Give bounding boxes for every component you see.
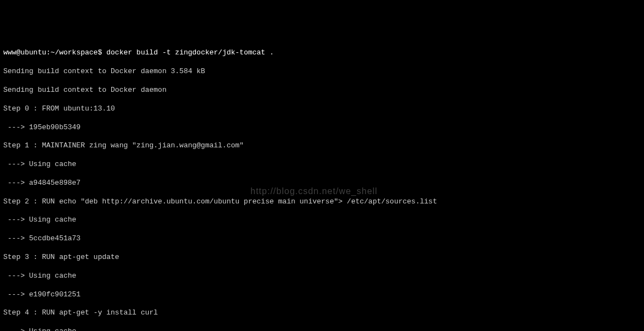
output-line: Sending build context to Docker daemon (3, 86, 641, 95)
output-line: ---> 195eb90b5349 (3, 123, 641, 133)
output-line: ---> Using cache (3, 272, 641, 281)
output-line: Step 4 : RUN apt-get -y install curl (3, 308, 641, 318)
output-line: ---> Using cache (3, 216, 641, 225)
output-line: ---> e190fc901251 (3, 290, 641, 300)
prompt-line[interactable]: www@ubuntu:~/workspace$ docker build -t … (3, 48, 641, 58)
prompt-path: ~/workspace (51, 48, 98, 57)
terminal-output: www@ubuntu:~/workspace$ docker build -t … (3, 40, 641, 331)
output-line: ---> Using cache (3, 160, 641, 169)
output-line: Step 0 : FROM ubuntu:13.10 (3, 104, 641, 114)
output-line: Step 1 : MAINTAINER zing wang "zing.jian… (3, 141, 641, 151)
command-text: docker build -t zingdocker/jdk-tomcat . (106, 48, 274, 57)
output-line: ---> 5ccdbe451a73 (3, 234, 641, 244)
output-line: Step 2 : RUN echo "deb http://archive.ub… (3, 197, 641, 207)
output-line: Step 3 : RUN apt-get update (3, 253, 641, 262)
output-line: ---> Using cache (3, 327, 641, 331)
output-line: Sending build context to Docker daemon 3… (3, 67, 641, 76)
output-line: ---> a94845e898e7 (3, 179, 641, 188)
prompt-user: www@ubuntu (3, 48, 46, 57)
